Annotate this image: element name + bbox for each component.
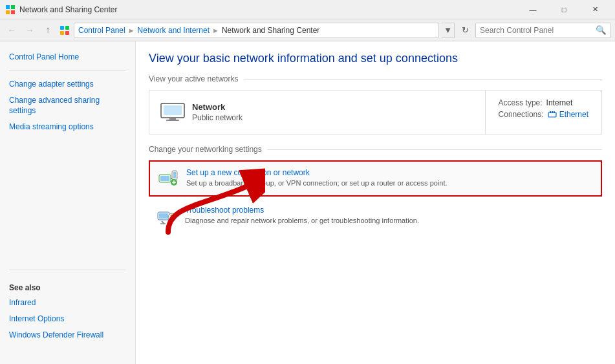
- svg-rect-14: [552, 111, 553, 113]
- title-bar-icon: [5, 5, 16, 15]
- main-layout: Control Panel Home Change adapter settin…: [0, 41, 615, 364]
- sidebar-item-infrared[interactable]: Infrared: [0, 295, 135, 311]
- connections-label: Connections:: [499, 110, 544, 119]
- new-connection-item[interactable]: Set up a new connection or network Set u…: [149, 160, 602, 197]
- svg-rect-2: [6, 10, 10, 14]
- connections-value[interactable]: Ethernet: [548, 110, 588, 119]
- new-connection-title[interactable]: Set up a new connection or network: [186, 168, 593, 177]
- svg-rect-1: [11, 5, 15, 9]
- breadcrumb-control-panel[interactable]: Control Panel: [78, 26, 125, 35]
- see-also-title: See also: [0, 275, 135, 295]
- troubleshoot-icon: ?: [156, 206, 177, 226]
- svg-rect-4: [60, 26, 64, 30]
- network-icon: [160, 98, 186, 126]
- window-title: Network and Sharing Center: [19, 5, 518, 14]
- connections-row: Connections: Ethernet: [499, 110, 588, 119]
- troubleshoot-desc: Diagnose and repair network problems, or…: [185, 216, 594, 226]
- sidebar-item-media[interactable]: Media streaming options: [0, 119, 135, 135]
- active-networks-title: View your active networks: [149, 74, 602, 83]
- new-connection-text: Set up a new connection or network Set u…: [186, 168, 593, 188]
- svg-rect-11: [166, 120, 179, 121]
- folder-icon: [58, 24, 71, 37]
- minimize-button[interactable]: —: [518, 0, 548, 19]
- troubleshoot-title[interactable]: Troubleshoot problems: [185, 206, 594, 215]
- search-box: 🔍: [475, 23, 611, 38]
- window-controls: — □ ✕: [518, 0, 610, 19]
- sidebar-item-sharing[interactable]: Change advanced sharing settings: [0, 92, 135, 120]
- access-type-label: Access type:: [499, 98, 543, 107]
- network-name: Network: [192, 102, 243, 112]
- svg-rect-13: [550, 111, 551, 113]
- svg-rect-3: [11, 10, 15, 14]
- access-type-row: Access type: Internet: [499, 98, 588, 107]
- svg-rect-6: [60, 31, 64, 35]
- sidebar-item-adapter[interactable]: Change adapter settings: [0, 76, 135, 92]
- new-connection-icon: [158, 168, 178, 189]
- svg-rect-25: [159, 213, 168, 219]
- breadcrumb: Control Panel ► Network and Internet ► N…: [74, 23, 439, 38]
- up-button[interactable]: ↑: [40, 23, 56, 38]
- network-left-panel: Network Public network: [149, 91, 486, 134]
- network-text: Network Public network: [192, 102, 243, 122]
- sidebar-item-home[interactable]: Control Panel Home: [0, 49, 135, 65]
- close-button[interactable]: ✕: [580, 0, 610, 19]
- network-info-box: Network Public network Access type: Inte…: [149, 90, 602, 134]
- sidebar-divider-2: [9, 270, 126, 270]
- svg-rect-12: [548, 112, 556, 117]
- maximize-button[interactable]: □: [549, 0, 579, 19]
- sidebar-item-internet-options[interactable]: Internet Options: [0, 311, 135, 327]
- access-type-value: Internet: [546, 98, 573, 107]
- content-area: View your basic network information and …: [136, 41, 615, 364]
- page-title: View your basic network information and …: [149, 52, 602, 65]
- sidebar: Control Panel Home Change adapter settin…: [0, 41, 136, 364]
- breadcrumb-dropdown-button[interactable]: ▼: [442, 23, 455, 38]
- address-bar: ← → ↑ Control Panel ► Network and Intern…: [0, 19, 615, 41]
- svg-rect-0: [6, 5, 10, 9]
- title-bar: Network and Sharing Center — □ ✕: [0, 0, 615, 19]
- svg-rect-7: [65, 31, 69, 35]
- sidebar-divider-1: [9, 70, 126, 71]
- settings-section: Set up a new connection or network Set u…: [149, 160, 602, 233]
- svg-rect-19: [173, 172, 176, 178]
- svg-rect-9: [164, 105, 182, 115]
- change-settings-title: Change your networking settings: [149, 145, 602, 154]
- svg-text:?: ?: [170, 214, 174, 221]
- network-right-panel: Access type: Internet Connections: Ether…: [486, 91, 601, 134]
- new-connection-desc: Set up a broadband, dial-up, or VPN conn…: [186, 178, 593, 188]
- back-button[interactable]: ←: [4, 23, 19, 38]
- svg-rect-15: [554, 111, 555, 113]
- ethernet-icon: [548, 110, 557, 119]
- breadcrumb-network-internet[interactable]: Network and Internet: [138, 26, 210, 35]
- svg-rect-17: [160, 176, 169, 181]
- troubleshoot-item[interactable]: ? Troubleshoot problems Diagnose and rep…: [149, 199, 602, 233]
- network-type: Public network: [192, 113, 243, 122]
- forward-button[interactable]: →: [22, 23, 38, 38]
- svg-rect-5: [65, 26, 69, 30]
- troubleshoot-text: Troubleshoot problems Diagnose and repai…: [185, 206, 594, 226]
- breadcrumb-current: Network and Sharing Center: [222, 26, 319, 35]
- sidebar-item-firewall[interactable]: Windows Defender Firewall: [0, 327, 135, 343]
- search-submit-button[interactable]: 🔍: [596, 25, 607, 35]
- svg-rect-10: [169, 118, 176, 120]
- refresh-button[interactable]: ↻: [457, 23, 473, 38]
- search-input[interactable]: [480, 26, 596, 35]
